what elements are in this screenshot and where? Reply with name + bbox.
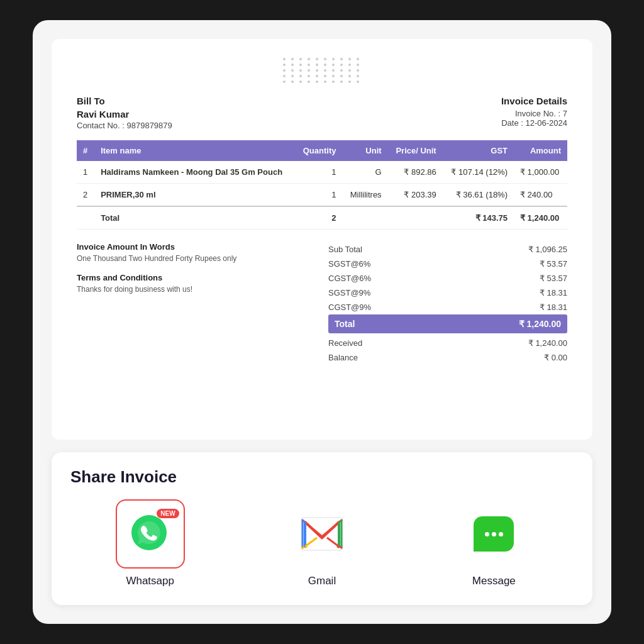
col-quantity: Quantity bbox=[295, 140, 342, 161]
dot-pattern: // Will be rendered inline below bbox=[283, 58, 362, 83]
dot bbox=[299, 75, 302, 77]
total-gst: ₹ 143.75 bbox=[443, 206, 514, 230]
items-table: # Item name Quantity Unit Price/ Unit GS… bbox=[77, 140, 567, 230]
row-gst: ₹ 107.14 (12%) bbox=[443, 161, 514, 184]
dot bbox=[316, 80, 318, 83]
balance-label: Balance bbox=[328, 353, 358, 362]
dot bbox=[316, 64, 318, 66]
cgst6-label: CGST@6% bbox=[328, 274, 371, 283]
cgst9-value: ₹ 18.31 bbox=[540, 303, 567, 312]
whatsapp-icon-wrapper: NEW bbox=[116, 499, 185, 569]
right-bottom: Sub Total ₹ 1,096.25 SGST@6% ₹ 53.57 CGS… bbox=[328, 242, 567, 365]
dot bbox=[283, 80, 286, 83]
row-qty: 1 bbox=[295, 161, 342, 184]
received-value: ₹ 1,240.00 bbox=[528, 338, 567, 348]
message-dot-3 bbox=[499, 532, 503, 536]
message-icon-wrapper bbox=[459, 499, 528, 569]
dot bbox=[308, 69, 310, 72]
bill-header: Bill To Ravi Kumar Contact No. : 9879879… bbox=[77, 96, 567, 130]
message-dot-2 bbox=[492, 532, 496, 536]
dot bbox=[299, 64, 302, 66]
dot bbox=[324, 69, 326, 72]
gmail-icon bbox=[300, 516, 344, 552]
dot bbox=[324, 75, 326, 77]
dot bbox=[348, 58, 351, 60]
total-price-empty bbox=[388, 206, 443, 230]
row-unit: G bbox=[342, 161, 387, 184]
row-price: ₹ 203.39 bbox=[388, 184, 443, 207]
share-section: Share Invoice NEW Whatsapp bbox=[52, 452, 592, 605]
dot bbox=[316, 69, 318, 72]
dot bbox=[348, 75, 351, 77]
invoice-details-section: Invoice Details Invoice No. : 7 Date : 1… bbox=[501, 96, 567, 128]
dot bbox=[357, 75, 359, 77]
dot bbox=[291, 75, 294, 77]
row-gst: ₹ 36.61 (18%) bbox=[443, 184, 514, 207]
contact-no: Contact No. : 9879879879 bbox=[77, 121, 172, 130]
new-badge: NEW bbox=[157, 509, 179, 518]
dot bbox=[283, 58, 286, 60]
summary-table: Sub Total ₹ 1,096.25 SGST@6% ₹ 53.57 CGS… bbox=[328, 242, 567, 365]
dot bbox=[357, 80, 359, 83]
dot bbox=[357, 64, 359, 66]
dot bbox=[308, 75, 310, 77]
dot bbox=[340, 80, 343, 83]
col-price: Price/ Unit bbox=[388, 140, 443, 161]
dot bbox=[340, 64, 343, 66]
gmail-option[interactable]: Gmail bbox=[242, 499, 401, 587]
col-amount: Amount bbox=[514, 140, 567, 161]
whatsapp-label: Whatsapp bbox=[126, 575, 174, 587]
total-unit-empty bbox=[342, 206, 387, 230]
left-bottom: Invoice Amount In Words One Thousand Two… bbox=[77, 242, 316, 365]
table-row: 1 Haldirams Namkeen - Moong Dal 35 Gm Po… bbox=[77, 161, 567, 184]
invoice-words-label: Invoice Amount In Words bbox=[77, 242, 316, 252]
dot bbox=[332, 80, 335, 83]
dot bbox=[308, 80, 310, 83]
total-qty: 2 bbox=[295, 206, 342, 230]
bill-to-section: Bill To Ravi Kumar Contact No. : 9879879… bbox=[77, 96, 172, 130]
invoice-details-label: Invoice Details bbox=[501, 96, 567, 106]
invoice-section: // Will be rendered inline below Bill To… bbox=[52, 39, 592, 440]
dot bbox=[348, 80, 351, 83]
row-amount: ₹ 1,000.00 bbox=[514, 161, 567, 184]
dot bbox=[299, 58, 302, 60]
message-option[interactable]: Message bbox=[414, 499, 574, 587]
gmail-label: Gmail bbox=[308, 575, 336, 587]
bottom-section: Invoice Amount In Words One Thousand Two… bbox=[77, 242, 567, 365]
total-label: Total bbox=[335, 319, 355, 329]
summary-cgst9: CGST@9% ₹ 18.31 bbox=[328, 300, 567, 314]
message-dot-1 bbox=[485, 532, 489, 536]
total-empty bbox=[77, 206, 94, 230]
terms-value: Thanks for doing business with us! bbox=[77, 285, 316, 294]
sgst9-label: SGST@9% bbox=[328, 288, 370, 297]
dot bbox=[291, 80, 294, 83]
dot bbox=[324, 80, 326, 83]
dot bbox=[357, 69, 359, 72]
row-num: 2 bbox=[77, 184, 94, 207]
dot bbox=[340, 75, 343, 77]
share-options: NEW Whatsapp bbox=[70, 499, 574, 587]
dot bbox=[299, 80, 302, 83]
dot bbox=[332, 64, 335, 66]
whatsapp-icon: NEW bbox=[130, 514, 170, 554]
summary-sgst6: SGST@6% ₹ 53.57 bbox=[328, 257, 567, 271]
dot bbox=[324, 64, 326, 66]
message-icon bbox=[474, 516, 514, 552]
terms-label: Terms and Conditions bbox=[77, 273, 316, 282]
invoice-number: Invoice No. : 7 bbox=[501, 109, 567, 118]
row-price: ₹ 892.86 bbox=[388, 161, 443, 184]
summary-sub-total: Sub Total ₹ 1,096.25 bbox=[328, 242, 567, 257]
dot bbox=[316, 75, 318, 77]
summary-received: Received ₹ 1,240.00 bbox=[328, 333, 567, 350]
dot bbox=[316, 58, 318, 60]
whatsapp-option[interactable]: NEW Whatsapp bbox=[70, 499, 230, 587]
row-unit: Millilitres bbox=[342, 184, 387, 207]
sub-total-label: Sub Total bbox=[328, 245, 362, 254]
row-item-name: PRIMER,30 ml bbox=[94, 184, 295, 207]
summary-sgst9: SGST@9% ₹ 18.31 bbox=[328, 286, 567, 300]
col-gst: GST bbox=[443, 140, 514, 161]
bill-to-label: Bill To bbox=[77, 96, 172, 106]
table-header-row: # Item name Quantity Unit Price/ Unit GS… bbox=[77, 140, 567, 161]
col-num: # bbox=[77, 140, 94, 161]
customer-name: Ravi Kumar bbox=[77, 109, 172, 119]
